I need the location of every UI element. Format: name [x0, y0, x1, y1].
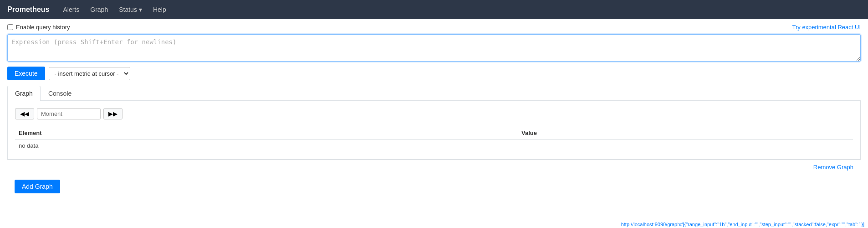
graph-panel: ◀◀ ▶▶ Element Value no data: [7, 101, 861, 160]
time-forward-button[interactable]: ▶▶: [103, 108, 123, 119]
tab-graph[interactable]: Graph: [7, 86, 41, 101]
expression-input[interactable]: [7, 34, 861, 62]
dropdown-arrow-icon: ▾: [139, 6, 142, 13]
nav-item-help[interactable]: Help: [148, 3, 171, 16]
nav-item-status[interactable]: Status ▾: [114, 3, 147, 16]
remove-graph-row: Remove Graph: [7, 160, 861, 174]
execute-button[interactable]: Execute: [7, 67, 45, 80]
table-col-element: Element: [15, 127, 518, 140]
tab-console-label: Console: [48, 90, 71, 97]
time-back-button[interactable]: ◀◀: [15, 108, 34, 119]
query-history-text: Enable query history: [16, 24, 70, 31]
table-body: no data: [15, 140, 853, 152]
time-controls: ◀◀ ▶▶: [15, 108, 853, 119]
no-data-cell: no data: [15, 140, 853, 152]
table-head: Element Value: [15, 127, 853, 140]
tab-console[interactable]: Console: [41, 86, 79, 101]
toolbar-row: Execute - insert metric at cursor -: [7, 67, 861, 80]
tab-graph-label: Graph: [15, 90, 33, 97]
query-history-label[interactable]: Enable query history: [7, 24, 70, 31]
nav-item-alerts[interactable]: Alerts: [58, 3, 84, 16]
main-content: Enable query history Try experimental Re…: [0, 19, 868, 203]
react-ui-link[interactable]: Try experimental React UI: [792, 24, 861, 31]
moment-input[interactable]: [37, 108, 101, 119]
navbar-brand: Prometheus: [7, 5, 49, 14]
data-table: Element Value no data: [15, 127, 853, 152]
tabs: Graph Console: [7, 86, 861, 101]
table-row-no-data: no data: [15, 140, 853, 152]
metric-selector[interactable]: - insert metric at cursor -: [49, 67, 130, 80]
top-row: Enable query history Try experimental Re…: [7, 24, 861, 31]
graph-panel-wrapper: ◀◀ ▶▶ Element Value no data: [7, 101, 861, 174]
table-header-row: Element Value: [15, 127, 853, 140]
nav-item-status-label: Status: [119, 6, 137, 13]
nav-item-graph[interactable]: Graph: [86, 3, 112, 16]
remove-graph-link[interactable]: Remove Graph: [813, 164, 853, 171]
query-history-checkbox[interactable]: [7, 24, 13, 30]
add-graph-row: Add Graph: [7, 174, 861, 199]
navbar-nav: Alerts Graph Status ▾ Help: [58, 3, 170, 16]
table-col-value: Value: [518, 127, 853, 140]
add-graph-button[interactable]: Add Graph: [15, 180, 60, 193]
navbar: Prometheus Alerts Graph Status ▾ Help: [0, 0, 868, 19]
